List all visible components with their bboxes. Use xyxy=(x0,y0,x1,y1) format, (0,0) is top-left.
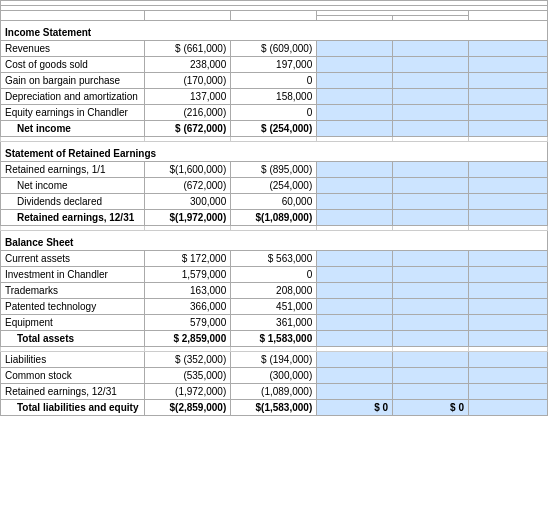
consolidation-worksheet: Income StatementRevenues$ (661,000)$ (60… xyxy=(0,0,548,416)
debit-input[interactable] xyxy=(317,299,393,315)
consolidated-input[interactable] xyxy=(469,368,548,384)
chandler-value: 208,000 xyxy=(231,283,317,299)
account-label: Depreciation and amortization xyxy=(1,89,145,105)
chandler-value: $ 1,583,000 xyxy=(231,331,317,347)
consolidated-input[interactable] xyxy=(469,121,548,137)
debit-input[interactable] xyxy=(317,368,393,384)
debit-input[interactable] xyxy=(317,331,393,347)
account-label: Trademarks xyxy=(1,283,145,299)
chandler-value: (300,000) xyxy=(231,368,317,384)
account-label: Total assets xyxy=(1,331,145,347)
credit-input[interactable] xyxy=(393,368,469,384)
credit-input[interactable] xyxy=(393,299,469,315)
chandler-value: 0 xyxy=(231,105,317,121)
brooks-value: $ 172,000 xyxy=(145,251,231,267)
debit-input[interactable] xyxy=(317,251,393,267)
debit-input[interactable] xyxy=(317,267,393,283)
brooks-value: 238,000 xyxy=(145,57,231,73)
chandler-value: (1,089,000) xyxy=(231,384,317,400)
debit-input[interactable] xyxy=(317,384,393,400)
brooks-value: 300,000 xyxy=(145,194,231,210)
brooks-value: 1,579,000 xyxy=(145,267,231,283)
credit-input[interactable] xyxy=(393,194,469,210)
debit-input[interactable] xyxy=(317,121,393,137)
account-label: Cost of goods sold xyxy=(1,57,145,73)
chandler-value: $ 563,000 xyxy=(231,251,317,267)
debit-input[interactable] xyxy=(317,57,393,73)
credit-input[interactable] xyxy=(393,251,469,267)
chandler-value: $ (609,000) xyxy=(231,41,317,57)
credit-input[interactable] xyxy=(393,89,469,105)
consolidated-input[interactable] xyxy=(469,267,548,283)
brooks-value: $(2,859,000) xyxy=(145,400,231,416)
credit-input[interactable] xyxy=(393,210,469,226)
brooks-value: 366,000 xyxy=(145,299,231,315)
section-label: Statement of Retained Earnings xyxy=(1,142,548,162)
debit-input[interactable] xyxy=(317,105,393,121)
account-label: Retained earnings, 12/31 xyxy=(1,384,145,400)
consolidated-input[interactable] xyxy=(469,299,548,315)
consolidated-input[interactable] xyxy=(469,178,548,194)
credit-input[interactable] xyxy=(393,162,469,178)
consolidated-input[interactable] xyxy=(469,251,548,267)
account-label: Current assets xyxy=(1,251,145,267)
consolidated-input[interactable] xyxy=(469,352,548,368)
consolidated-input[interactable] xyxy=(469,162,548,178)
consolidated-input[interactable] xyxy=(469,41,548,57)
chandler-value: $(1,583,000) xyxy=(231,400,317,416)
account-label: Revenues xyxy=(1,41,145,57)
debit-input[interactable] xyxy=(317,178,393,194)
col-consolidated-header xyxy=(469,11,548,21)
credit-input[interactable] xyxy=(393,315,469,331)
consolidated-input[interactable] xyxy=(469,89,548,105)
debit-input[interactable] xyxy=(317,162,393,178)
debit-input[interactable] xyxy=(317,210,393,226)
debit-value: $ 0 xyxy=(317,400,393,416)
consolidated-input[interactable] xyxy=(469,331,548,347)
account-label: Patented technology xyxy=(1,299,145,315)
credit-input[interactable] xyxy=(393,267,469,283)
credit-input[interactable] xyxy=(393,121,469,137)
debit-input[interactable] xyxy=(317,352,393,368)
credit-input[interactable] xyxy=(393,105,469,121)
chandler-value: 451,000 xyxy=(231,299,317,315)
section-label: Balance Sheet xyxy=(1,231,548,251)
credit-input[interactable] xyxy=(393,352,469,368)
consolidated-input[interactable] xyxy=(469,400,548,416)
col-chandler-header xyxy=(231,11,317,21)
consolidated-input[interactable] xyxy=(469,210,548,226)
account-label: Retained earnings, 12/31 xyxy=(1,210,145,226)
credit-input[interactable] xyxy=(393,73,469,89)
credit-input[interactable] xyxy=(393,178,469,194)
chandler-value: 361,000 xyxy=(231,315,317,331)
consolidated-input[interactable] xyxy=(469,384,548,400)
col-brooks-header xyxy=(145,11,231,21)
credit-input[interactable] xyxy=(393,57,469,73)
account-label: Investment in Chandler xyxy=(1,267,145,283)
debit-input[interactable] xyxy=(317,73,393,89)
debit-input[interactable] xyxy=(317,315,393,331)
credit-input[interactable] xyxy=(393,331,469,347)
debit-input[interactable] xyxy=(317,194,393,210)
consolidated-input[interactable] xyxy=(469,57,548,73)
debit-input[interactable] xyxy=(317,283,393,299)
chandler-value: $(1,089,000) xyxy=(231,210,317,226)
brooks-value: (535,000) xyxy=(145,368,231,384)
consolidated-input[interactable] xyxy=(469,283,548,299)
credit-input[interactable] xyxy=(393,384,469,400)
brooks-value: 163,000 xyxy=(145,283,231,299)
consolidated-input[interactable] xyxy=(469,73,548,89)
chandler-value: 60,000 xyxy=(231,194,317,210)
debit-input[interactable] xyxy=(317,41,393,57)
consolidated-input[interactable] xyxy=(469,315,548,331)
account-label: Net income xyxy=(1,178,145,194)
debit-input[interactable] xyxy=(317,89,393,105)
account-label: Net income xyxy=(1,121,145,137)
chandler-value: 197,000 xyxy=(231,57,317,73)
consolidated-input[interactable] xyxy=(469,105,548,121)
brooks-value: 137,000 xyxy=(145,89,231,105)
credit-input[interactable] xyxy=(393,41,469,57)
brooks-value: $ 2,859,000 xyxy=(145,331,231,347)
consolidated-input[interactable] xyxy=(469,194,548,210)
credit-input[interactable] xyxy=(393,283,469,299)
